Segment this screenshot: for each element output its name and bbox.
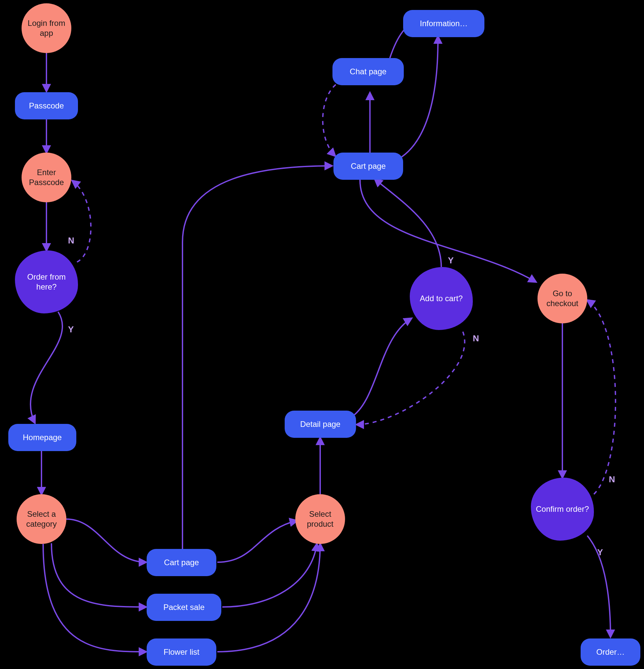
node-information[interactable]: Information…: [403, 10, 485, 37]
node-label: Login from app: [24, 18, 69, 38]
node-label: Packet sale: [163, 602, 205, 612]
node-add-to-cart[interactable]: Add to cart?: [410, 267, 473, 330]
node-label: Select product: [298, 509, 342, 529]
edge-label-confirm-n: N: [609, 474, 615, 485]
node-login-from-app[interactable]: Login from app: [22, 3, 71, 53]
node-passcode[interactable]: Passcode: [15, 92, 78, 119]
node-confirm-order[interactable]: Confirm order?: [531, 478, 594, 541]
node-label: Cart page: [351, 161, 386, 171]
node-select-product[interactable]: Select product: [295, 494, 345, 544]
node-cart-page-upper[interactable]: Cart page: [334, 153, 403, 180]
node-label: Order…: [596, 647, 625, 657]
node-flower-list[interactable]: Flower list: [146, 639, 216, 666]
node-label: Enter Passcode: [24, 168, 69, 187]
node-label: Information…: [420, 18, 467, 29]
flowchart-canvas: Login from app Passcode Enter Passcode O…: [0, 0, 644, 669]
node-label: Add to cart?: [420, 294, 462, 303]
node-homepage[interactable]: Homepage: [8, 424, 76, 451]
node-label: Homepage: [23, 432, 62, 442]
node-label: Order from here?: [17, 272, 75, 292]
node-order-from-here[interactable]: Order from here?: [15, 251, 78, 313]
node-label: Select a category: [19, 509, 64, 529]
edge-label-confirm-y: Y: [597, 547, 603, 557]
node-go-to-checkout[interactable]: Go to checkout: [537, 274, 587, 323]
node-order-final[interactable]: Order…: [580, 639, 640, 666]
node-select-category[interactable]: Select a category: [17, 494, 66, 544]
node-label: Go to checkout: [540, 288, 585, 309]
node-label: Passcode: [29, 101, 64, 111]
node-detail-page[interactable]: Detail page: [285, 411, 356, 438]
node-label: Detail page: [300, 419, 340, 429]
node-label: Confirm order?: [536, 504, 589, 514]
edge-label-addcart-n: N: [473, 333, 479, 344]
node-label: Flower list: [164, 647, 199, 657]
node-chat-page[interactable]: Chat page: [333, 58, 404, 85]
edge-label-order-n: N: [68, 236, 74, 246]
node-label: Cart page: [164, 557, 199, 568]
node-cart-page-lower[interactable]: Cart page: [146, 549, 216, 576]
edge-label-addcart-y: Y: [448, 255, 453, 266]
edge-label-order-y: Y: [68, 324, 74, 334]
edges-layer: [0, 0, 644, 669]
node-packet-sale[interactable]: Packet sale: [146, 594, 221, 621]
node-enter-passcode[interactable]: Enter Passcode: [22, 153, 71, 202]
node-label: Chat page: [350, 67, 387, 76]
